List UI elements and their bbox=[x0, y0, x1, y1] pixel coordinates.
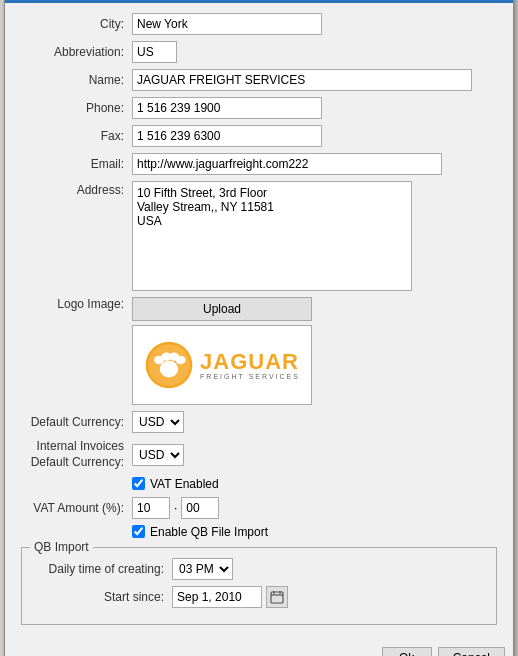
fax-row: Fax: bbox=[17, 125, 501, 147]
form-body: City: Abbreviation: Name: Phone: Fax: Em… bbox=[5, 3, 513, 642]
calendar-button[interactable] bbox=[266, 586, 288, 608]
internal-currency-row: Internal InvoicesDefault Currency: USD E… bbox=[17, 439, 501, 470]
vat-dot: · bbox=[174, 501, 177, 515]
vat-enabled-label: VAT Enabled bbox=[150, 477, 219, 491]
vat-enabled-checkbox[interactable] bbox=[132, 477, 145, 490]
email-input[interactable] bbox=[132, 153, 442, 175]
enable-qb-label: Enable QB File Import bbox=[150, 525, 268, 539]
name-row: Name: bbox=[17, 69, 501, 91]
city-label: City: bbox=[17, 17, 132, 31]
edit-office-window: Edit Office × City: Abbreviation: Name: … bbox=[4, 0, 514, 656]
jaguar-subtitle-text: FREIGHT SERVICES bbox=[200, 373, 300, 380]
daily-time-label: Daily time of creating: bbox=[32, 562, 172, 576]
start-since-input[interactable] bbox=[172, 586, 262, 608]
enable-qb-row: Enable QB File Import bbox=[17, 525, 501, 539]
city-input[interactable] bbox=[132, 13, 322, 35]
default-currency-label: Default Currency: bbox=[17, 415, 132, 429]
phone-input[interactable] bbox=[132, 97, 322, 119]
qb-import-content: Daily time of creating: 03 PM 04 PM 05 P… bbox=[32, 558, 486, 608]
logo-label: Logo Image: bbox=[17, 297, 132, 311]
svg-point-2 bbox=[160, 361, 178, 378]
vat-decimal-input[interactable] bbox=[181, 497, 219, 519]
vat-amount-inputs: · bbox=[132, 497, 219, 519]
logo-area: Upload bbox=[132, 297, 312, 405]
default-currency-select[interactable]: USD EUR GBP bbox=[132, 411, 184, 433]
jaguar-name-text: JAGUAR bbox=[200, 351, 300, 373]
phone-row: Phone: bbox=[17, 97, 501, 119]
start-since-row: Start since: bbox=[32, 586, 486, 608]
city-row: City: bbox=[17, 13, 501, 35]
calendar-icon bbox=[270, 590, 284, 604]
logo-image: JAGUAR FREIGHT SERVICES bbox=[144, 340, 300, 390]
jaguar-paw-icon bbox=[144, 340, 194, 390]
ok-button[interactable]: Ok bbox=[382, 647, 432, 656]
internal-currency-select[interactable]: USD EUR GBP bbox=[132, 444, 184, 466]
address-label: Address: bbox=[17, 181, 132, 197]
jaguar-brand-text: JAGUAR FREIGHT SERVICES bbox=[200, 351, 300, 380]
qb-import-group: QB Import Daily time of creating: 03 PM … bbox=[21, 547, 497, 625]
vat-enabled-row: VAT Enabled bbox=[17, 477, 501, 491]
address-row: Address: 10 Fifth Street, 3rd Floor Vall… bbox=[17, 181, 501, 291]
enable-qb-checkbox[interactable] bbox=[132, 525, 145, 538]
default-currency-row: Default Currency: USD EUR GBP bbox=[17, 411, 501, 433]
vat-amount-label: VAT Amount (%): bbox=[17, 501, 132, 515]
name-label: Name: bbox=[17, 73, 132, 87]
internal-currency-label: Internal InvoicesDefault Currency: bbox=[17, 439, 132, 470]
start-since-input-wrap bbox=[172, 586, 288, 608]
logo-preview: JAGUAR FREIGHT SERVICES bbox=[132, 325, 312, 405]
phone-label: Phone: bbox=[17, 101, 132, 115]
abbr-input[interactable] bbox=[132, 41, 177, 63]
email-label: Email: bbox=[17, 157, 132, 171]
qb-import-legend: QB Import bbox=[30, 540, 93, 554]
fax-input[interactable] bbox=[132, 125, 322, 147]
address-input[interactable]: 10 Fifth Street, 3rd Floor Valley Stream… bbox=[132, 181, 412, 291]
svg-rect-7 bbox=[271, 592, 283, 603]
daily-time-select[interactable]: 03 PM 04 PM 05 PM bbox=[172, 558, 233, 580]
fax-label: Fax: bbox=[17, 129, 132, 143]
vat-integer-input[interactable] bbox=[132, 497, 170, 519]
upload-button[interactable]: Upload bbox=[132, 297, 312, 321]
email-row: Email: bbox=[17, 153, 501, 175]
svg-point-6 bbox=[176, 356, 186, 364]
vat-amount-row: VAT Amount (%): · bbox=[17, 497, 501, 519]
cancel-button[interactable]: Cancel bbox=[438, 647, 505, 656]
logo-row: Logo Image: Upload bbox=[17, 297, 501, 405]
abbr-label: Abbreviation: bbox=[17, 45, 132, 59]
name-input[interactable] bbox=[132, 69, 472, 91]
daily-time-row: Daily time of creating: 03 PM 04 PM 05 P… bbox=[32, 558, 486, 580]
abbr-row: Abbreviation: bbox=[17, 41, 501, 63]
bottom-buttons: Ok Cancel bbox=[5, 643, 513, 656]
daily-time-select-wrap: 03 PM 04 PM 05 PM bbox=[172, 558, 233, 580]
start-since-label: Start since: bbox=[32, 590, 172, 604]
